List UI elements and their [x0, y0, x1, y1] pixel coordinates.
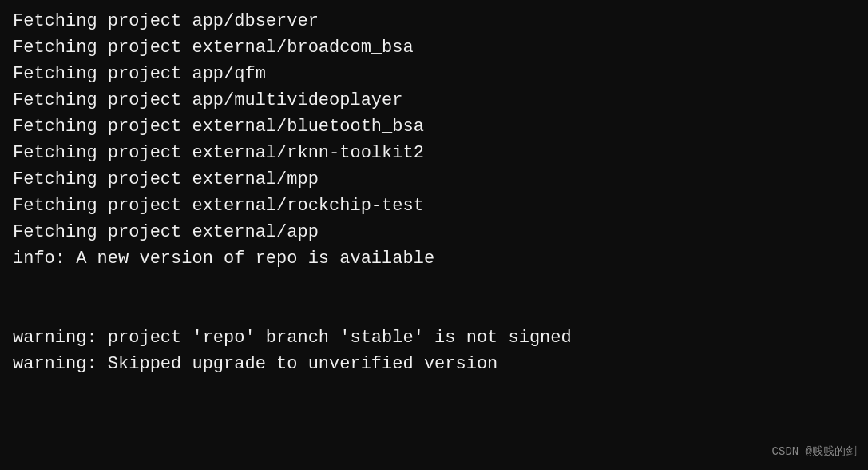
terminal-line: Fetching project app/dbserver [13, 8, 855, 34]
terminal-warning-line-2: warning: Skipped upgrade to unverified v… [13, 351, 855, 377]
terminal-line: Fetching project external/mpp [13, 166, 855, 193]
terminal-line: Fetching project external/broadcom_bsa [13, 34, 855, 61]
terminal-line: Fetching project external/app [13, 219, 855, 245]
terminal-line: Fetching project external/rknn-toolkit2 [13, 140, 855, 166]
terminal-window: Fetching project app/dbserver Fetching p… [0, 0, 868, 470]
terminal-line: Fetching project external/rockchip-test [13, 193, 855, 219]
watermark: CSDN @贱贱的剑 [772, 444, 857, 460]
terminal-output: Fetching project app/dbserver Fetching p… [13, 8, 855, 377]
blank-line-1 [13, 272, 855, 298]
terminal-line: Fetching project external/bluetooth_bsa [13, 114, 855, 140]
terminal-info-line: info: A new version of repo is available [13, 245, 855, 272]
terminal-line: Fetching project app/qfm [13, 61, 855, 87]
terminal-warning-line-1: warning: project 'repo' branch 'stable' … [13, 325, 855, 351]
blank-line-2 [13, 298, 855, 325]
terminal-line: Fetching project app/multivideoplayer [13, 87, 855, 114]
